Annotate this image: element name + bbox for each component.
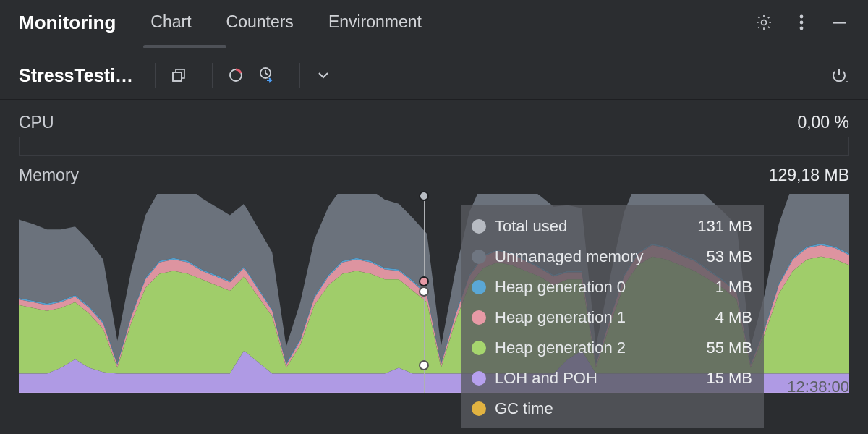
tabbar: Monitoring Chart Counters Environment <box>0 0 868 45</box>
svg-point-3 <box>800 27 804 30</box>
svg-rect-4 <box>833 22 846 24</box>
process-name[interactable]: StressTesti… <box>19 65 142 86</box>
tooltip-row: Total used131 MB <box>472 211 752 242</box>
power-icon[interactable] <box>829 65 849 85</box>
cursor-dot-gen2 <box>419 286 429 297</box>
memory-value: 129,18 MB <box>769 166 849 185</box>
windows-icon[interactable] <box>169 65 189 85</box>
cpu-chart[interactable] <box>19 137 849 156</box>
panel-title: Monitoring <box>19 12 116 34</box>
minimize-icon[interactable] <box>829 12 849 33</box>
svg-rect-6 <box>173 72 182 81</box>
tab-environment[interactable]: Environment <box>328 12 422 33</box>
tooltip-row: Unmanaged memory53 MB <box>472 242 752 272</box>
memory-panel: Memory 129,18 MB Total used131 MB Unmana… <box>0 156 868 393</box>
svg-point-0 <box>762 20 767 25</box>
svg-point-1 <box>800 15 804 19</box>
gear-icon[interactable] <box>754 12 774 33</box>
tooltip-row: LOH and POH15 MB <box>472 363 752 393</box>
svg-point-2 <box>800 21 804 25</box>
toolbar: StressTesti… <box>0 51 868 100</box>
tooltip-row: Heap generation 14 MB <box>472 302 752 333</box>
cursor-dot-gen1 <box>419 276 429 286</box>
separator <box>299 63 300 88</box>
profile-timeline-icon[interactable] <box>256 65 276 85</box>
tabs: Chart Counters Environment <box>150 12 422 33</box>
legend-dot-icon <box>472 371 486 386</box>
legend-dot-icon <box>472 219 486 234</box>
cursor-dot-loh <box>419 360 429 370</box>
tab-counters[interactable]: Counters <box>226 12 294 33</box>
cpu-label: CPU <box>19 113 54 132</box>
profile-memory-icon[interactable] <box>226 65 246 85</box>
x-axis-timestamp: 12:38:00 <box>787 378 849 396</box>
separator <box>155 63 156 88</box>
cpu-panel: CPU 0,00 % <box>0 100 868 156</box>
legend-dot-icon <box>472 280 486 294</box>
tooltip-row: GC time <box>472 393 752 424</box>
active-tab-underline <box>143 45 226 48</box>
tab-chart[interactable]: Chart <box>150 12 191 33</box>
chart-tooltip: Total used131 MB Unmanaged memory53 MB H… <box>461 205 764 428</box>
chevron-down-icon[interactable] <box>313 65 333 85</box>
cpu-value: 0,00 % <box>797 113 849 132</box>
tooltip-row: Heap generation 01 MB <box>472 272 752 302</box>
legend-dot-icon <box>472 401 486 416</box>
legend-dot-icon <box>472 341 486 355</box>
tooltip-row: Heap generation 255 MB <box>472 333 752 363</box>
separator <box>212 63 213 88</box>
cursor-dot-total <box>419 191 429 201</box>
more-vert-icon[interactable] <box>791 12 812 33</box>
legend-dot-icon <box>472 250 486 264</box>
legend-dot-icon <box>472 310 486 325</box>
memory-label: Memory <box>19 166 79 185</box>
